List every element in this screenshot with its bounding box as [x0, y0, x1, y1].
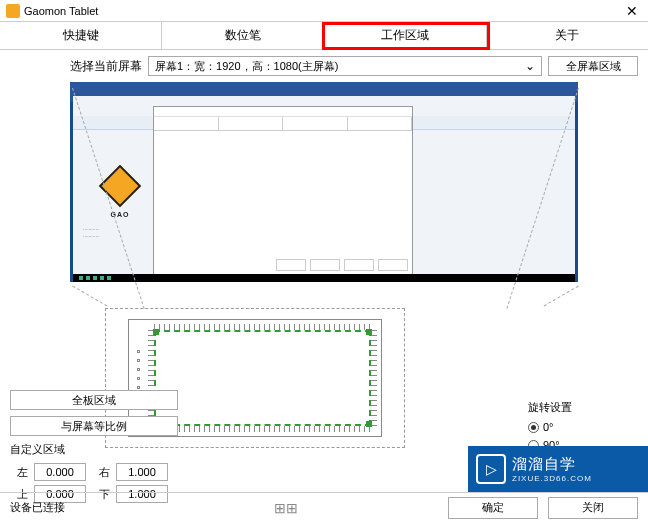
preview-smalltext: ························	[83, 226, 133, 240]
custom-area-label: 自定义区域	[10, 442, 210, 457]
left-label: 左	[10, 465, 28, 480]
tab-about[interactable]: 关于	[487, 22, 648, 49]
resize-handle[interactable]	[366, 421, 372, 427]
rotate-title: 旋转设置	[528, 400, 638, 415]
ok-button[interactable]: 确定	[448, 497, 538, 519]
rotate-0[interactable]: 0°	[528, 421, 638, 433]
footer: 设备已连接 ⊞⊞ 确定 关闭	[0, 492, 648, 522]
right-input[interactable]	[116, 463, 168, 481]
watermark-main: 溜溜自学	[512, 455, 592, 474]
screen-selected-text: 屏幕1：宽：1920，高：1080(主屏幕)	[155, 59, 338, 74]
area-controls: 全板区域 与屏幕等比例 自定义区域 左 右 上 下	[10, 390, 210, 507]
grid-icon[interactable]: ⊞⊞	[274, 500, 298, 516]
close-icon[interactable]: ✕	[622, 3, 642, 19]
screen-selector-row: 选择当前屏幕 屏幕1：宽：1920，高：1080(主屏幕) 全屏幕区域	[0, 50, 648, 80]
ruler-right	[371, 330, 377, 426]
scale-button[interactable]: 与屏幕等比例	[10, 416, 178, 436]
status-text: 设备已连接	[10, 500, 264, 515]
logo: GAO	[95, 161, 145, 221]
tab-pen[interactable]: 数位笔	[162, 22, 324, 49]
radio-icon	[528, 422, 539, 433]
monitor-rect[interactable]: GAO ························	[70, 82, 578, 282]
watermark: ▷ 溜溜自学 ZIXUE.3D66.COM	[468, 446, 648, 492]
right-label: 右	[92, 465, 110, 480]
screen-preview: GAO ························	[60, 82, 588, 292]
tab-workarea[interactable]: 工作区域	[325, 22, 487, 49]
fullscreen-button[interactable]: 全屏幕区域	[548, 56, 638, 76]
app-icon	[6, 4, 20, 18]
tab-bar: 快捷键 数位笔 工作区域 关于	[0, 22, 648, 50]
titlebar: Gaomon Tablet ✕	[0, 0, 648, 22]
watermark-sub: ZIXUE.3D66.COM	[512, 474, 592, 483]
window-title: Gaomon Tablet	[24, 5, 622, 17]
close-button[interactable]: 关闭	[548, 497, 638, 519]
full-tablet-button[interactable]: 全板区域	[10, 390, 178, 410]
preview-taskbar	[73, 274, 575, 282]
screen-select[interactable]: 屏幕1：宽：1920，高：1080(主屏幕)	[148, 56, 542, 76]
preview-nested-window	[153, 106, 413, 276]
play-icon: ▷	[476, 454, 506, 484]
screen-label: 选择当前屏幕	[70, 58, 142, 75]
left-input[interactable]	[34, 463, 86, 481]
resize-handle[interactable]	[366, 329, 372, 335]
logo-text: GAO	[95, 211, 145, 218]
resize-handle[interactable]	[153, 329, 159, 335]
tab-shortcuts[interactable]: 快捷键	[0, 22, 162, 49]
preview-desktop: GAO ························	[73, 96, 575, 274]
rotate-0-label: 0°	[543, 421, 554, 433]
